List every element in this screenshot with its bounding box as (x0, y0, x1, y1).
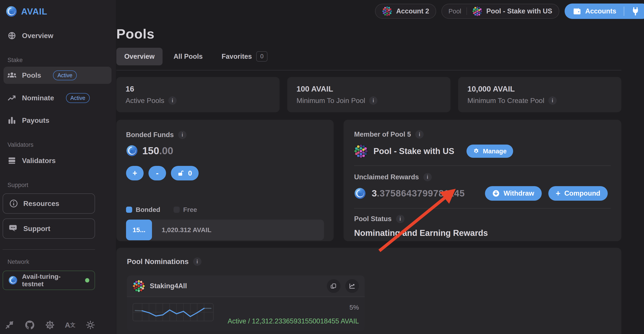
main-content: Pools Overview All Pools Favorites 0 16 … (116, 0, 644, 334)
sidebar-footer: A文 (4, 320, 96, 330)
bonded-bar-fill: 15... (126, 220, 152, 240)
brand[interactable]: AVAIL (0, 0, 116, 17)
info-icon[interactable]: i (178, 131, 186, 139)
stat-value: 100 AVAIL (296, 84, 441, 93)
accounts-label: Accounts (585, 7, 616, 15)
brand-name: AVAIL (21, 6, 47, 16)
bonded-progress-bar: 15... 1,020.312 AVAIL (126, 220, 324, 240)
free-balance-label: 1,020.312 AVAIL (162, 226, 211, 234)
account-identicon (382, 6, 392, 16)
theme-brightness-icon[interactable] (85, 320, 96, 330)
member-pool-identicon (354, 144, 368, 158)
sidebar-item-label: Overview (22, 32, 53, 40)
tab-all-pools[interactable]: All Pools (166, 48, 211, 65)
nomination-status: Active / 12,312.23365931550018455 AVAIL (228, 317, 359, 325)
sidebar-item-payouts[interactable]: Payouts (0, 112, 116, 129)
cards-row: Bonded Funds i 150.00 + - (116, 120, 621, 241)
bond-extra-button[interactable]: + (126, 166, 144, 180)
active-account-pill[interactable]: Account 2 (375, 4, 436, 19)
pool-nominations-title: Pool Nominations (127, 258, 189, 266)
language-wen: 文 (70, 322, 76, 328)
avail-logo-icon (6, 6, 17, 17)
info-icon[interactable]: i (415, 130, 424, 138)
tab-favorites[interactable]: Favorites 0 (214, 46, 276, 66)
trending-up-icon (8, 94, 16, 101)
settings-gear-icon[interactable] (45, 320, 55, 330)
info-icon[interactable]: i (369, 96, 378, 105)
info-icon[interactable]: i (193, 258, 202, 266)
legend-free-swatch (174, 206, 180, 213)
pools-active-badge: Active (53, 70, 77, 80)
sidebar-section-validators: Validators (0, 142, 116, 148)
performance-sparkline (133, 303, 214, 321)
sidebar-item-pools[interactable]: Pools Active (4, 67, 112, 84)
stat-value: 10,000 AVAIL (468, 84, 612, 93)
withdraw-button[interactable]: Withdraw (485, 186, 542, 201)
info-icon[interactable]: i (396, 215, 404, 223)
sidebar-item-overview[interactable]: Overview (0, 27, 116, 44)
info-icon[interactable]: i (424, 173, 432, 181)
topbar: Account 2 Pool Pool - Stake with US Acco… (375, 4, 644, 19)
nominate-active-badge: Active (66, 93, 90, 103)
chat-icon (9, 225, 18, 232)
plug-connect-icon[interactable] (632, 7, 639, 16)
accounts-divider (624, 6, 624, 16)
legend-bonded-label: Bonded (136, 206, 160, 214)
sidebar-item-label: Support (23, 225, 50, 233)
sidebar-item-support[interactable]: Support (3, 218, 95, 239)
member-pool-title: Member of Pool 5 (354, 130, 411, 138)
bonded-funds-card: Bonded Funds i 150.00 + - (116, 120, 334, 241)
sidebar: AVAIL Overview Stake Pools Active Nomina… (0, 0, 116, 334)
avail-network-icon (8, 276, 18, 285)
sidebar-item-resources[interactable]: Resources (3, 194, 95, 214)
pool-name: Pool - Stake with US (486, 7, 552, 15)
language-a: A (65, 321, 70, 329)
copy-address-button[interactable] (327, 279, 340, 293)
accounts-button[interactable]: Accounts (564, 4, 644, 19)
pool-nominations-card: Pool Nominations i Staking4All (116, 248, 621, 334)
collapse-sidebar-icon[interactable] (4, 320, 14, 330)
network-name: Avail-turing-testnet (22, 273, 81, 288)
language-icon[interactable]: A文 (65, 320, 75, 330)
active-pool-pill[interactable]: Pool Pool - Stake with US (442, 4, 559, 19)
bonded-funds-title: Bonded Funds (126, 131, 174, 139)
bonded-amount-int: 150 (142, 145, 159, 156)
circle-down-arrow-icon (492, 190, 500, 197)
info-icon[interactable]: i (168, 96, 176, 105)
card-divider (354, 208, 611, 208)
network-selector[interactable]: Avail-turing-testnet (3, 271, 95, 290)
pools-tabs: Overview All Pools Favorites 0 (116, 46, 621, 66)
sidebar-item-nominate[interactable]: Nominate Active (0, 90, 116, 106)
manage-label: Manage (483, 148, 506, 155)
page-title: Pools (116, 26, 621, 42)
sidebar-item-label: Payouts (22, 116, 49, 124)
manage-pool-button[interactable]: Manage (466, 144, 513, 158)
wallet-icon (573, 8, 581, 15)
nomination-item: Staking4All 5% Active / 12,312.233659315… (127, 276, 365, 331)
withdraw-label: Withdraw (504, 190, 534, 197)
metrics-chart-button[interactable] (345, 279, 359, 293)
tabs-divider (116, 70, 621, 70)
sidebar-item-validators[interactable]: Validators (0, 152, 116, 169)
compound-button[interactable]: + Compound (548, 186, 608, 201)
sidebar-item-label: Resources (23, 200, 60, 208)
info-icon[interactable]: i (548, 96, 557, 105)
sidebar-item-label: Validators (22, 157, 56, 165)
unlocks-button[interactable]: 0 (171, 166, 198, 180)
compound-label: Compound (564, 190, 600, 197)
pill-divider (466, 8, 467, 15)
network-online-dot (85, 278, 89, 282)
globe-icon (8, 32, 16, 40)
card-divider (354, 166, 611, 166)
unlock-count: 0 (188, 169, 192, 177)
sidebar-item-label: Nominate (22, 94, 54, 102)
github-icon[interactable] (25, 320, 35, 330)
legend-free-label: Free (183, 206, 197, 214)
pool-status-value: Nominating and Earning Rewards (354, 228, 611, 238)
stat-active-pools: 16 Active Poolsi (116, 77, 280, 112)
validator-identicon (133, 280, 145, 292)
unclaimed-amount-dec: .3758643799781145 (377, 188, 465, 198)
tab-overview[interactable]: Overview (116, 48, 162, 65)
unbond-button[interactable]: - (148, 166, 166, 180)
validator-name: Staking4All (150, 282, 187, 290)
